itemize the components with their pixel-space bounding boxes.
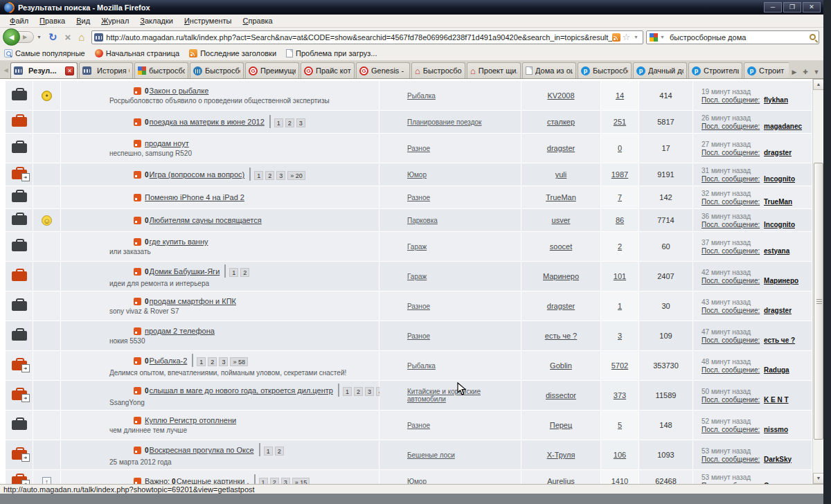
topic-author-link[interactable]: dragster [547,302,575,310]
scroll-down-icon[interactable]: ▼ [813,473,823,484]
replies-count-link[interactable]: 0 [618,144,622,152]
list-all-tabs-icon[interactable]: ▼ [811,64,822,78]
replies-count-link[interactable]: 1 [618,302,622,310]
last-post-user-link[interactable]: есть че ? [764,336,795,344]
topic-title-link[interactable]: поездка на материк в июне 2012 [150,118,265,126]
vertical-scrollbar[interactable]: ▲ ▼ [812,79,823,484]
page-number-link[interactable]: 3 [276,171,285,180]
stop-button[interactable]: × [62,31,75,43]
forum-link[interactable]: Юмор [407,478,427,485]
page-number-link[interactable]: 1 [197,357,206,366]
bookmark-item[interactable]: Проблема при загруз... [286,49,377,57]
search-bar[interactable]: ▼ [646,30,819,44]
last-post-link[interactable]: Посл. сообщение: [702,426,760,433]
last-post-link[interactable]: Посл. сообщение: [702,456,760,463]
tab[interactable]: быстросбо... [134,62,188,78]
forum-link[interactable]: Разное [407,194,430,201]
tabs-scroll-right-icon[interactable]: ▶ [789,64,800,78]
tab[interactable]: ⌂Проект щи... [467,62,521,78]
tab[interactable]: GПреимущес... [245,62,299,78]
topic-title-link[interactable]: продам смартфон и КПК [150,297,236,305]
replies-count-link[interactable]: 14 [616,91,624,100]
last-post-link[interactable]: Посл. сообщение: [702,277,760,285]
last-post-user-link[interactable]: Incognito [764,175,795,183]
tab[interactable]: pБыстросбо... [578,62,632,78]
search-go-icon[interactable] [810,34,816,40]
replies-count-link[interactable]: 7 [618,193,622,201]
forum-link[interactable]: Рыбалка [407,92,436,100]
last-post-user-link[interactable]: flykhan [764,96,788,104]
last-post-user-link[interactable]: Cayman. [764,482,793,485]
menu-item[interactable]: Справка [238,15,278,26]
replies-count-link[interactable]: 5 [618,421,622,429]
close-button[interactable]: ✕ [803,2,821,12]
bookmark-star-icon[interactable]: ☆ [620,33,632,42]
page-number-link[interactable]: 2 [270,478,279,484]
menu-item[interactable]: Журнал [96,15,134,26]
replies-count-link[interactable]: 251 [614,118,626,126]
maximize-button[interactable]: ❐ [783,2,801,12]
tab[interactable]: pДачный до... [633,62,687,78]
last-post-link[interactable]: Посл. сообщение: [702,198,760,206]
topic-author-link[interactable]: Маринеро [543,272,579,280]
page-number-link[interactable]: 3 [296,118,305,127]
page-number-link[interactable]: 1 [254,171,263,180]
replies-count-link[interactable]: 86 [616,216,624,224]
menu-item[interactable]: Правка [34,15,71,26]
forum-link[interactable]: Разное [407,303,430,310]
last-post-user-link[interactable]: estyana [764,247,789,255]
replies-count-link[interactable]: 101 [614,272,626,280]
topic-author-link[interactable]: usver [552,216,571,224]
tab[interactable]: pСтроитель... [688,62,742,78]
history-dropdown-icon[interactable]: ▼ [34,35,44,39]
menu-item[interactable]: Вид [71,15,96,26]
search-engine-dropdown-icon[interactable]: ▼ [658,35,667,39]
reload-button[interactable]: ↻ [44,31,62,44]
rss-feed-icon[interactable] [612,33,620,42]
page-number-link[interactable]: 1 [274,118,283,127]
page-number-link[interactable]: 2 [275,447,284,456]
google-search-engine-icon[interactable] [650,33,658,42]
search-input[interactable] [670,33,810,42]
home-button[interactable]: ⌂ [74,31,89,43]
page-number-link[interactable]: » 58 [230,357,248,366]
back-button[interactable]: ◀ [3,28,20,46]
topic-title-link[interactable]: Домик Бабушки-Яги [150,267,220,276]
menu-item[interactable]: Инструменты [179,15,238,26]
topic-title-link[interactable]: Закон о рыбалке [150,87,209,95]
last-post-link[interactable]: Посл. сообщение: [702,366,760,374]
forum-link[interactable]: Гараж [407,243,427,251]
topic-title-link[interactable]: слышал в маге до нового года, откроется … [150,386,333,395]
last-post-user-link[interactable]: Маринеро [764,277,798,285]
tab[interactable]: pСтроит [744,62,789,78]
last-post-link[interactable]: Посл. сообщение: [702,96,760,104]
forum-link[interactable]: Юмор [407,171,427,179]
scrollbar-thumb[interactable] [814,163,823,440]
last-post-link[interactable]: Посл. сообщение: [702,336,760,344]
topic-author-link[interactable]: KV2008 [547,91,574,100]
last-post-link[interactable]: Посл. сообщение: [702,396,760,404]
last-post-link[interactable]: Посл. сообщение: [702,221,760,228]
page-number-link[interactable]: 2 [285,118,294,127]
forum-link[interactable]: Парковка [407,217,438,224]
topic-author-link[interactable]: есть че ? [545,332,577,340]
forum-link[interactable]: Разное [407,422,430,429]
url-bar[interactable]: ☆ ▼ [91,30,643,44]
replies-count-link[interactable]: 106 [614,451,626,459]
page-number-link[interactable]: 1 [264,447,273,456]
topic-title-link[interactable]: Воскресная прогулка по Оксе [150,446,254,454]
last-post-user-link[interactable]: TrueMan [764,198,792,206]
topic-title-link[interactable]: Любителям сауны посвящается [150,216,262,224]
last-post-user-link[interactable]: Incognito [764,221,795,228]
forum-link[interactable]: Разное [407,332,430,340]
forum-link[interactable]: Рыбалка [407,362,436,370]
last-post-user-link[interactable]: Raduga [764,366,789,374]
topic-author-link[interactable]: X-Труля [547,451,575,459]
page-number-link[interactable]: » 20 [287,171,305,180]
forum-link[interactable]: Бешеные лоси [407,451,455,459]
topic-author-link[interactable]: dragster [547,144,575,152]
topic-author-link[interactable]: dissector [546,391,576,399]
last-post-user-link[interactable]: magadanec [764,123,802,130]
last-post-link[interactable]: Посл. сообщение: [702,175,760,183]
topic-title-link[interactable]: Поменяю iPhone 4 на iPad 2 [145,193,244,201]
